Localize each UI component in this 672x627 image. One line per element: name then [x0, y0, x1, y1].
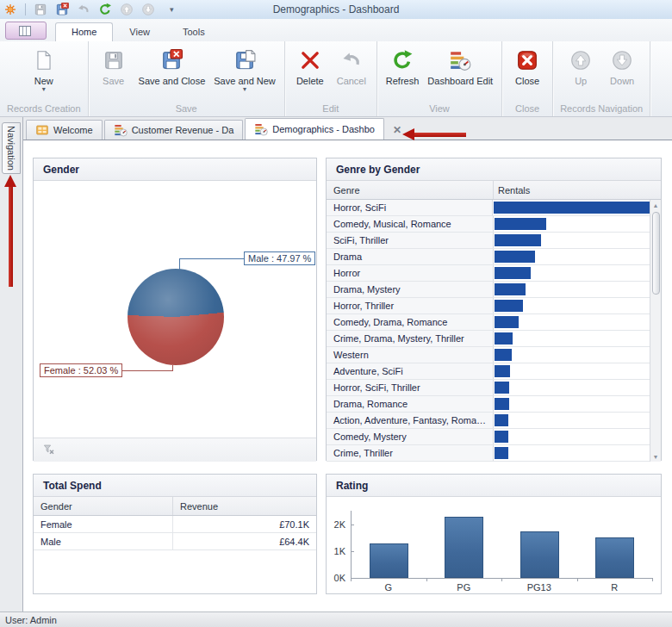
rentals-bar: [495, 414, 508, 426]
genre-row[interactable]: Western: [327, 347, 650, 363]
tab-close-icon[interactable]: ✕: [393, 124, 401, 136]
revenue-column-header[interactable]: Revenue: [173, 501, 316, 512]
genre-cell: Horror, Thriller: [327, 298, 494, 314]
qat-circle-down-button[interactable]: [141, 3, 155, 16]
delete-button[interactable]: Delete: [290, 45, 330, 88]
rating-bar-r[interactable]: [595, 537, 634, 578]
genre-row[interactable]: Horror: [327, 265, 650, 282]
scroll-down-icon[interactable]: ▼: [653, 451, 659, 462]
genre-scrollbar[interactable]: ▲ ▼: [650, 200, 661, 462]
ribbon: New▾Records CreationSaveSave and CloseSa…: [0, 41, 672, 117]
rentals-cell: [494, 347, 650, 363]
gender-panel-title: Gender: [34, 158, 316, 181]
pie-chart[interactable]: [128, 269, 224, 365]
down-button[interactable]: Down: [602, 45, 642, 88]
gender-column-header[interactable]: Gender: [34, 497, 173, 515]
close-button[interactable]: Close: [507, 45, 547, 88]
genre-row[interactable]: Horror, Thriller: [327, 298, 650, 314]
ribbon-group-records-navigation: UpDownRecords Navigation: [553, 41, 650, 116]
document-tab-demographics-dashbo[interactable]: Demographics - Dashbo: [245, 118, 384, 140]
chevron-down-icon: ▾: [42, 86, 46, 93]
clear-filter-icon[interactable]: [42, 443, 56, 458]
genre-row[interactable]: Comedy, Musical, Romance: [327, 216, 650, 233]
genre-row[interactable]: Adventure, SciFi: [327, 363, 650, 380]
genre-row[interactable]: Action, Adventure, Fantasy, Roma…: [327, 413, 650, 429]
genre-row[interactable]: Comedy, Drama, Romance: [327, 314, 650, 331]
ribbon-tab-home[interactable]: Home: [55, 22, 113, 41]
document-tab-welcome[interactable]: Welcome: [26, 120, 103, 140]
qat-refresh-button[interactable]: [98, 3, 112, 16]
genre-panel-title: Genre by Gender: [327, 158, 661, 181]
dashboard-edit-button[interactable]: Dashboard Edit: [424, 45, 496, 88]
app-menu-button[interactable]: [5, 22, 47, 40]
genre-row[interactable]: Crime, Drama, Mystery, Thriller: [327, 331, 650, 347]
rentals-cell: [494, 314, 650, 330]
rentals-bar: [495, 283, 526, 295]
ribbon-tab-tools[interactable]: Tools: [166, 22, 221, 41]
rentals-cell: [494, 380, 650, 395]
document-tab-customer-revenue-da[interactable]: Customer Revenue - Da: [104, 120, 244, 140]
save-and-new-button[interactable]: Save and New▾: [210, 45, 279, 95]
document-tab-label: Demographics - Dashbo: [272, 124, 375, 134]
rentals-cell: [494, 429, 650, 444]
rating-bar-chart[interactable]: 0K1K2KGPGPG13R: [327, 497, 661, 595]
rentals-cell: [494, 445, 650, 461]
rentals-cell: [494, 282, 650, 297]
spend-gender-cell: Male: [34, 533, 173, 549]
dashboard-edit-icon: [449, 49, 471, 71]
spend-row[interactable]: Female£70.1K: [34, 516, 316, 533]
spend-gender-cell: Female: [34, 516, 173, 532]
up-button[interactable]: Up: [561, 45, 600, 88]
undo-gray-icon: [340, 49, 363, 71]
spend-revenue-cell: £70.1K: [173, 516, 316, 532]
genre-cell: Action, Adventure, Fantasy, Roma…: [327, 413, 494, 428]
save-and-close-button[interactable]: Save and Close: [135, 45, 209, 88]
genre-row[interactable]: Horror, SciFi, Thriller: [327, 380, 650, 396]
genre-cell: Drama, Romance: [327, 396, 494, 412]
qat-undo-gray-button[interactable]: [77, 3, 90, 16]
rating-bar-pg13[interactable]: [520, 531, 559, 578]
new-button[interactable]: New▾: [24, 45, 64, 95]
genre-row[interactable]: Horror, SciFi: [327, 200, 650, 216]
spend-row[interactable]: Male£64.4K: [34, 533, 316, 550]
genre-row[interactable]: Comedy, Mystery: [327, 429, 650, 445]
qat-app-logo-button[interactable]: [3, 3, 17, 16]
rentals-cell: [494, 396, 650, 412]
male-callout-label: Male : 47.97 %: [244, 251, 315, 265]
navigation-pane-tab[interactable]: Navigation: [2, 122, 21, 174]
ribbon-group-label: Records Creation: [0, 102, 88, 116]
arrow-head: [402, 128, 414, 140]
y-tick: [351, 551, 354, 552]
x-tick-label: PG: [457, 582, 470, 593]
female-callout-line: [172, 365, 173, 371]
qat-save-gray-button[interactable]: [34, 3, 47, 16]
rating-bar-g[interactable]: [370, 543, 408, 578]
rating-bar-pg[interactable]: [445, 517, 483, 578]
save-button[interactable]: Save: [94, 45, 134, 88]
rentals-cell: [494, 233, 650, 248]
genre-row[interactable]: Drama, Mystery: [327, 282, 650, 298]
rentals-cell: [493, 200, 650, 215]
rentals-bar: [495, 365, 510, 377]
gender-pie-chart[interactable]: Male : 47.97 % Female : 52.03 %: [34, 181, 316, 462]
qat-circle-up-button[interactable]: [120, 3, 134, 16]
ribbon-tab-view[interactable]: View: [113, 22, 166, 41]
scroll-up-icon[interactable]: ▲: [653, 200, 659, 210]
qat-save-close-button[interactable]: [55, 3, 69, 16]
qat-dropdown-icon[interactable]: ▾: [170, 5, 174, 14]
refresh-button[interactable]: Refresh: [383, 45, 423, 88]
pie-gloss: [128, 269, 224, 365]
circle-up-icon: [569, 49, 592, 71]
ribbon-group-records-creation: New▾Records Creation: [0, 41, 89, 116]
scrollbar-thumb[interactable]: [652, 212, 660, 295]
genre-column-header[interactable]: Genre: [327, 181, 494, 199]
rentals-column-header[interactable]: Rentals: [494, 185, 661, 196]
genre-row[interactable]: Drama, Romance: [327, 396, 650, 413]
genre-row[interactable]: Crime, Thriller: [327, 445, 650, 462]
app-logo-icon: [3, 3, 17, 16]
genre-cell: Comedy, Drama, Romance: [327, 314, 494, 330]
cancel-button[interactable]: Cancel: [332, 45, 371, 88]
refresh-icon: [391, 49, 414, 71]
genre-row[interactable]: Drama: [327, 249, 650, 265]
genre-row[interactable]: SciFi, Thriller: [327, 233, 650, 249]
